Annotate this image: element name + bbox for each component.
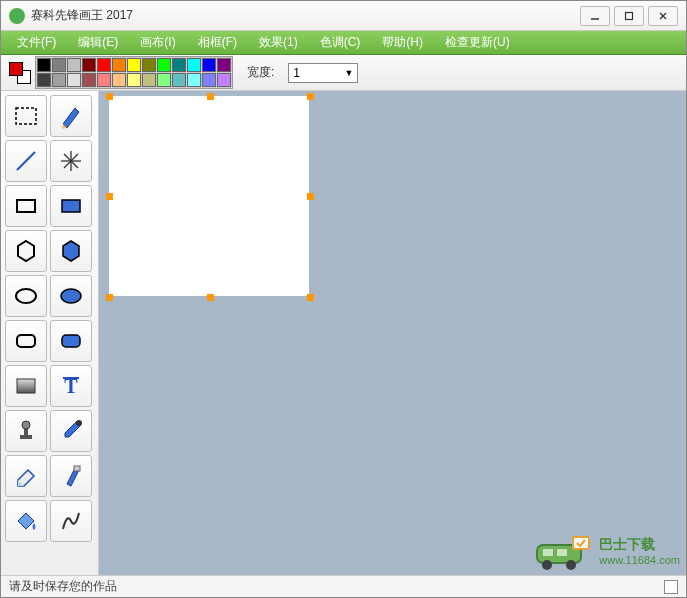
color-swatch-9[interactable] [172,58,186,72]
menu-update[interactable]: 检查更新(U) [435,32,520,53]
fg-bg-colors[interactable] [9,62,31,84]
tool-polygon-outline[interactable] [5,230,47,272]
resize-handle-se[interactable] [307,294,314,301]
color-swatch-24[interactable] [202,73,216,87]
svg-rect-11 [62,200,80,212]
svg-point-14 [16,289,36,303]
color-swatch-21[interactable] [157,73,171,87]
svg-marker-13 [63,241,79,261]
color-swatch-0[interactable] [37,58,51,72]
foreground-color-swatch[interactable] [9,62,23,76]
svg-rect-10 [17,200,35,212]
tool-burst[interactable] [50,140,92,182]
resize-handle-n[interactable] [207,93,214,100]
color-swatch-15[interactable] [67,73,81,87]
resize-handle-nw[interactable] [106,93,113,100]
width-label: 宽度: [247,64,274,81]
svg-rect-4 [16,108,36,124]
tool-eyedropper[interactable] [50,410,92,452]
color-swatch-12[interactable] [217,58,231,72]
maximize-button[interactable] [614,6,644,26]
menu-tone[interactable]: 色调(C) [310,32,371,53]
watermark-url: www.11684.com [599,554,680,566]
color-swatch-4[interactable] [97,58,111,72]
watermark: 巴士下载 www.11684.com [533,531,680,571]
close-button[interactable] [648,6,678,26]
color-swatch-5[interactable] [112,58,126,72]
watermark-logo-icon [533,531,593,571]
color-swatch-23[interactable] [187,73,201,87]
menubar: 文件(F) 编辑(E) 画布(I) 相框(F) 效果(1) 色调(C) 帮助(H… [1,31,686,55]
svg-rect-18 [17,379,35,393]
svg-point-28 [566,560,576,570]
resize-handle-s[interactable] [207,294,214,301]
color-swatch-7[interactable] [142,58,156,72]
options-toolbar: 宽度: 1 ▼ [1,55,686,91]
color-swatch-8[interactable] [157,58,171,72]
svg-marker-12 [18,241,34,261]
tool-roundrect-filled[interactable] [50,320,92,362]
menu-edit[interactable]: 编辑(E) [68,32,128,53]
color-swatch-17[interactable] [97,73,111,87]
menu-canvas[interactable]: 画布(I) [130,32,185,53]
tool-rect-outline[interactable] [5,185,47,227]
app-icon [9,8,25,24]
resize-handle-ne[interactable] [307,93,314,100]
resize-handle-e[interactable] [307,193,314,200]
menu-effect[interactable]: 效果(1) [249,32,308,53]
app-window: 赛科先锋画王 2017 文件(F) 编辑(E) 画布(I) 相框(F) 效果(1… [0,0,687,598]
tool-polygon-filled[interactable] [50,230,92,272]
canvas-area[interactable] [99,91,686,575]
window-title: 赛科先锋画王 2017 [31,7,580,24]
resize-handle-sw[interactable] [106,294,113,301]
svg-rect-30 [557,549,567,556]
width-select[interactable]: 1 ▼ [288,63,358,83]
tool-text[interactable]: T [50,365,92,407]
color-swatch-19[interactable] [127,73,141,87]
menu-frame[interactable]: 相框(F) [188,32,247,53]
tool-gradient[interactable] [5,365,47,407]
main-area: T [1,91,686,575]
tool-line[interactable] [5,140,47,182]
menu-file[interactable]: 文件(F) [7,32,66,53]
watermark-name: 巴士下载 [599,536,655,552]
color-swatch-1[interactable] [52,58,66,72]
color-swatch-22[interactable] [172,73,186,87]
color-swatch-25[interactable] [217,73,231,87]
svg-point-15 [61,289,81,303]
svg-rect-31 [573,537,589,549]
color-palette [35,56,233,89]
color-swatch-2[interactable] [67,58,81,72]
tool-marker[interactable] [50,455,92,497]
color-swatch-6[interactable] [127,58,141,72]
svg-line-5 [17,152,35,170]
tool-eraser[interactable] [5,455,47,497]
color-swatch-16[interactable] [82,73,96,87]
tool-curve[interactable] [50,500,92,542]
tool-select-rect[interactable] [5,95,47,137]
svg-point-27 [542,560,552,570]
svg-rect-1 [626,12,633,19]
dropdown-arrow-icon: ▼ [344,68,353,78]
minimize-button[interactable] [580,6,610,26]
tool-ellipse-outline[interactable] [5,275,47,317]
color-swatch-10[interactable] [187,58,201,72]
watermark-text: 巴士下载 www.11684.com [599,536,680,566]
menu-help[interactable]: 帮助(H) [372,32,433,53]
canvas[interactable] [109,96,309,296]
tool-ellipse-filled[interactable] [50,275,92,317]
color-swatch-18[interactable] [112,73,126,87]
tool-rect-filled[interactable] [50,185,92,227]
color-swatch-11[interactable] [202,58,216,72]
resize-handle-w[interactable] [106,193,113,200]
color-swatch-20[interactable] [142,73,156,87]
svg-point-24 [76,420,82,426]
color-swatch-14[interactable] [52,73,66,87]
width-value: 1 [293,66,300,80]
color-swatch-13[interactable] [37,73,51,87]
tool-stamp[interactable] [5,410,47,452]
tool-pencil[interactable] [50,95,92,137]
tool-roundrect-outline[interactable] [5,320,47,362]
tool-fill[interactable] [5,500,47,542]
color-swatch-3[interactable] [82,58,96,72]
